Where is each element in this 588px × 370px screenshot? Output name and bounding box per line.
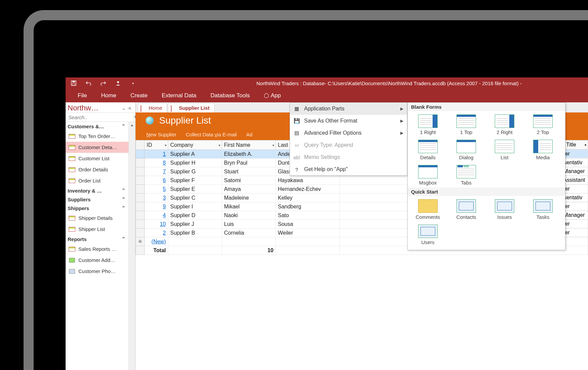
nav-item[interactable]: Shipper Details	[66, 212, 128, 224]
toolbar-collect-data[interactable]: Collect Data via E-mail	[184, 131, 238, 138]
toolbar-new-supplier[interactable]: New Supplier	[145, 131, 178, 138]
row-selector[interactable]	[136, 167, 145, 176]
flyout-item[interactable]: 💾Save As Other Format▶	[290, 115, 407, 127]
row-selector[interactable]	[136, 211, 145, 220]
gallery-item[interactable]: 2 Top	[525, 113, 561, 136]
cell-id[interactable]: 10	[145, 220, 168, 229]
cell-new-link[interactable]: (New)	[145, 237, 168, 246]
cell-first-name[interactable]: Elizabeth A.	[222, 150, 276, 159]
cell-last-name[interactable]: Sandberg	[276, 202, 340, 211]
cell-first-name[interactable]: Satomi	[222, 176, 276, 185]
nav-search-input[interactable]	[67, 114, 134, 121]
cell-company[interactable]: Supplier G	[168, 167, 222, 176]
redo-icon[interactable]	[100, 80, 107, 87]
cell-id[interactable]: 2	[145, 229, 168, 237]
cell-last-name[interactable]: Kelley	[276, 194, 340, 202]
gallery-item[interactable]: 2 Right	[486, 113, 523, 136]
cell-company[interactable]: Supplier H	[168, 159, 222, 167]
cell-first-name[interactable]: Madeleine	[222, 194, 276, 202]
nav-item[interactable]: Shipper List	[66, 224, 128, 235]
nav-group-header[interactable]: Customers &…⌃	[66, 122, 128, 131]
cell-id[interactable]: 1	[145, 150, 168, 159]
cell-first-name[interactable]: Luis	[222, 220, 276, 229]
cell-company[interactable]: Supplier F	[168, 176, 222, 185]
nav-item[interactable]: Customer Deta…	[66, 142, 128, 153]
nav-item[interactable]: Customer Add…	[66, 255, 128, 266]
row-selector[interactable]	[136, 202, 145, 211]
nav-pane-header[interactable]: Northw… ⌄ «	[66, 102, 135, 112]
gallery-item[interactable]: Dialog	[448, 138, 484, 162]
cell-id[interactable]: 8	[145, 159, 168, 167]
cell-last-name[interactable]: Hayakawa	[276, 176, 340, 185]
cell-first-name[interactable]: Amaya	[222, 185, 276, 194]
ribbon-tab-external-data[interactable]: External Data	[156, 90, 203, 101]
ribbon-tab-home[interactable]: Home	[95, 90, 122, 101]
nav-item[interactable]: Customer Pho…	[66, 266, 128, 277]
nav-group-header[interactable]: Suppliers⌃	[66, 195, 128, 204]
gallery-item[interactable]: 1 Top	[448, 113, 484, 136]
cell-last-name[interactable]: Sousa	[276, 220, 340, 229]
gallery-item[interactable]: Msgbox	[410, 164, 446, 187]
gallery-item[interactable]: List	[486, 138, 523, 162]
gallery-item[interactable]: Users	[410, 223, 446, 246]
user-icon[interactable]	[115, 80, 121, 87]
ribbon-tab-create[interactable]: Create	[124, 90, 154, 101]
row-selector[interactable]	[136, 159, 145, 167]
nav-group-header[interactable]: Reports⌃	[66, 235, 128, 243]
cell-first-name[interactable]: Naoki	[222, 211, 276, 220]
dropdown-icon[interactable]: ▾	[272, 143, 274, 147]
nav-scrollbar[interactable]: ▲	[128, 122, 135, 370]
save-icon[interactable]	[70, 80, 77, 87]
row-selector[interactable]	[136, 150, 145, 159]
cell-company[interactable]: Supplier C	[168, 194, 222, 202]
nav-group-header[interactable]: Shippers⌃	[66, 204, 128, 212]
cell-last-name[interactable]: Weiler	[276, 229, 340, 237]
nav-item[interactable]: Customer List	[66, 153, 128, 164]
dropdown-icon[interactable]: ▾	[585, 143, 586, 147]
cell-id[interactable]: 7	[145, 167, 168, 176]
gallery-item[interactable]: Media	[525, 138, 561, 162]
cell-id[interactable]: 3	[145, 194, 168, 202]
gallery-item[interactable]: Tasks	[525, 198, 561, 221]
cell-id[interactable]: 4	[145, 211, 168, 220]
flyout-item[interactable]: ▦Application Parts▶	[290, 103, 407, 115]
undo-icon[interactable]	[85, 80, 92, 87]
col-header-first-name[interactable]: First Name▾	[222, 140, 276, 150]
doc-tab-supplier-list[interactable]: Supplier List	[168, 103, 215, 112]
gallery-item[interactable]: Details	[410, 138, 446, 162]
dropdown-icon[interactable]: ▾	[165, 143, 167, 147]
col-header-company[interactable]: Company▾	[168, 140, 222, 150]
row-selector[interactable]	[136, 194, 145, 202]
row-selector-header[interactable]	[136, 140, 145, 150]
cell-id[interactable]: 6	[145, 176, 168, 185]
cell-first-name[interactable]: Bryn Paul	[222, 159, 276, 167]
flyout-item[interactable]: ?Get Help on "App"	[290, 163, 407, 175]
cell-first-name[interactable]: Cornelia	[222, 229, 276, 237]
nav-title-dropdown-icon[interactable]: ⌄	[121, 105, 126, 111]
flyout-item[interactable]: ▤Advanced Filter Options▶	[290, 127, 407, 139]
cell-last-name[interactable]: Hernandez-Echev	[276, 185, 340, 194]
qat-customize-icon[interactable]: ▾	[130, 80, 136, 87]
gallery-item[interactable]: Contacts	[448, 198, 484, 221]
ribbon-tab-database-tools[interactable]: Database Tools	[205, 90, 256, 101]
nav-item[interactable]: Sales Reports …	[66, 243, 128, 255]
row-selector[interactable]	[136, 185, 145, 194]
nav-collapse-icon[interactable]: «	[126, 105, 133, 111]
doc-tab-home[interactable]: Home	[138, 103, 167, 112]
cell-company[interactable]: Supplier J	[168, 220, 222, 229]
dropdown-icon[interactable]: ▾	[219, 143, 220, 147]
scroll-up-icon[interactable]: ▲	[129, 122, 135, 128]
nav-item[interactable]: Top Ten Order…	[66, 131, 128, 142]
row-selector[interactable]	[136, 176, 145, 185]
nav-item[interactable]: Order Details	[66, 164, 128, 175]
col-header-id[interactable]: ID▾	[145, 140, 168, 150]
cell-company[interactable]: Supplier A	[168, 150, 222, 159]
cell-company[interactable]: Supplier D	[168, 211, 222, 220]
cell-first-name[interactable]: Stuart	[222, 167, 276, 176]
gallery-item[interactable]: Comments	[410, 198, 446, 221]
cell-last-name[interactable]: Sato	[276, 211, 340, 220]
row-selector[interactable]	[136, 229, 145, 237]
nav-item[interactable]: Order List	[66, 175, 128, 186]
cell-id[interactable]: 5	[145, 185, 168, 194]
new-row-star-icon[interactable]: ✳	[136, 237, 145, 246]
